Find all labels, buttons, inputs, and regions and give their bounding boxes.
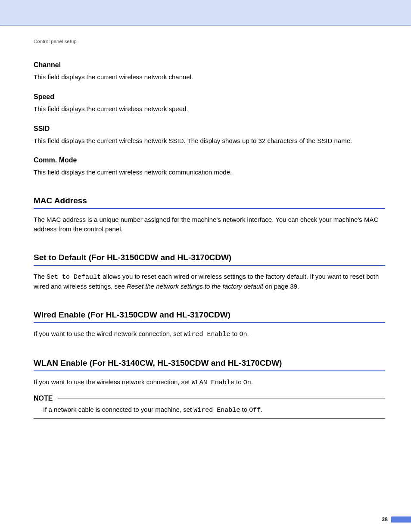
note-rule [58,398,385,398]
speed-heading: Speed [34,93,385,101]
text: on page 39. [263,283,299,290]
ssid-body: This field displays the current wireless… [34,136,385,146]
code-text: On [243,379,251,386]
note-bottom-rule [34,418,385,419]
code-text: WLAN Enable [192,379,234,386]
note-label: NOTE [34,395,53,402]
text: If you want to use the wired network con… [34,330,184,337]
comm-mode-heading: Comm. Mode [34,156,385,164]
channel-body: This field displays the current wireless… [34,72,385,82]
section-rule [34,208,385,209]
header-band [0,0,411,25]
section-rule [34,265,385,266]
code-text: Wired Enable [193,407,240,414]
set-to-default-heading: Set to Default (For HL-3150CDW and HL-31… [34,253,385,262]
text: to [234,378,243,386]
text: The [34,273,47,280]
note-body: If a network cable is connected to your … [34,402,385,418]
speed-body: This field displays the current wireless… [34,104,385,114]
wlan-enable-body: If you want to use the wireless network … [34,377,385,388]
mac-address-heading: MAC Address [34,196,385,205]
breadcrumb: Control panel setup [34,39,385,44]
note-header: NOTE [34,395,385,402]
code-text: Set to Default [47,274,101,281]
text: . [261,406,262,413]
wired-enable-heading: Wired Enable (For HL-3150CDW and HL-3170… [34,310,385,320]
text: . [251,378,253,386]
code-text: Off [249,407,261,414]
wlan-enable-heading: WLAN Enable (For HL-3140CW, HL-3150CDW a… [34,358,385,368]
text: If a network cable is connected to your … [43,406,193,413]
cross-reference: Reset the network settings to the factor… [127,283,263,290]
wired-enable-body: If you want to use the wired network con… [34,329,385,339]
page-number: 38 [382,516,391,523]
set-to-default-body: The Set to Default allows you to reset e… [34,272,385,292]
text: to [240,406,249,413]
text: If you want to use the wireless network … [34,378,192,386]
channel-heading: Channel [34,61,385,69]
page-content: Control panel setup 4 Channel This field… [0,26,411,419]
code-text: On [239,331,247,338]
comm-mode-body: This field displays the current wireless… [34,168,385,177]
text: . [247,330,249,337]
section-rule [34,370,385,371]
footer-accent [391,516,411,523]
mac-address-body: The MAC address is a unique number assig… [34,215,385,234]
text: to [230,330,240,337]
section-rule [34,322,385,323]
ssid-heading: SSID [34,125,385,133]
page-footer: 38 [382,516,411,523]
code-text: Wired Enable [184,331,230,338]
